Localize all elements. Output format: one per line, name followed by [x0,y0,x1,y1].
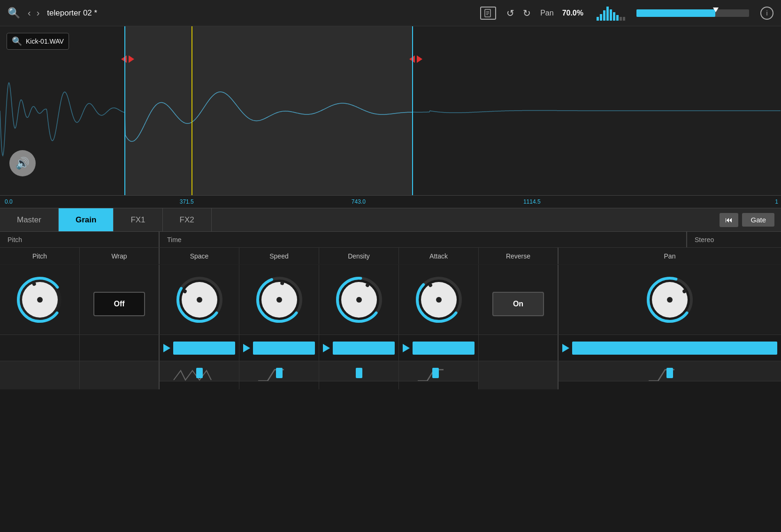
attack-label: Attack [399,248,479,264]
wrap-label: Wrap [80,248,160,264]
pan-env-indicator [666,368,673,378]
pan-mod-cell [559,335,781,361]
tab-master[interactable]: Master [0,208,59,231]
density-knob[interactable] [336,276,383,323]
left-markers[interactable] [121,55,134,63]
level-meter-bars [597,6,625,21]
right-arrow-right[interactable] [417,55,422,63]
undo-icon[interactable]: ↺ [506,8,514,19]
speaker-button[interactable]: 🔊 [9,150,36,176]
waveform-canvas [0,26,781,195]
time-section-label: Time [160,232,687,247]
ruler-end: 1 [775,198,778,205]
search-icon: 🔍 [12,36,22,46]
region-end-line[interactable] [412,26,413,195]
reverse-toggle-cell: On [479,265,559,334]
svg-point-21 [356,297,362,303]
density-env-cell [319,361,399,389]
space-knob[interactable] [176,276,223,323]
attack-env-cell[interactable] [399,361,479,389]
skip-button[interactable]: ⏮ [720,213,738,227]
topbar: 🔍 ‹ › teleporter 02 * ↺ ↻ Pan 70.0% i [0,0,781,26]
density-mod-play[interactable] [323,344,330,352]
wrap-mod-cell [80,335,160,361]
pitch-env-cell [0,361,80,389]
wrap-env-cell [80,361,160,389]
reverse-env-cell [479,361,559,389]
space-knob-cell [160,265,239,334]
document-icon[interactable] [480,7,496,20]
space-env-bottom [160,381,239,389]
attack-env-indicator [432,368,439,378]
attack-mod-bar [413,342,475,355]
attack-knob[interactable] [415,276,462,323]
speed-label: Speed [239,248,319,264]
search-icon[interactable]: 🔍 [8,7,20,19]
space-mod-bar [173,342,235,355]
gate-button[interactable]: Gate [742,213,774,227]
space-mod-cell [160,335,239,361]
playhead-line[interactable] [191,26,192,195]
wrap-toggle[interactable]: Off [93,292,145,316]
pan-knob-cell [559,265,781,334]
speed-env-cell[interactable] [239,361,319,389]
attack-mod-play[interactable] [403,344,410,352]
speed-mod-bar [253,342,315,355]
space-env-indicator [196,368,203,378]
region-start-line[interactable] [124,26,125,195]
redo-icon[interactable]: ↻ [523,8,531,19]
speed-mod-cell [239,335,319,361]
tab-fx2[interactable]: FX2 [163,208,212,231]
info-button[interactable]: i [760,7,773,20]
pan-env-cell[interactable] [559,361,781,389]
attack-mod-cell [399,335,479,361]
ruler-0: 0.0 [5,198,13,205]
nav-back-icon[interactable]: ‹ [26,8,33,18]
attack-env-bottom [399,381,478,389]
space-label: Space [160,248,239,264]
tab-grain[interactable]: Grain [59,208,114,231]
pan-knob[interactable] [646,276,693,323]
file-selector[interactable]: 🔍 Kick-01.WAV [7,33,69,50]
nav-forward-icon[interactable]: › [35,8,42,18]
pitch-section-label: Pitch [0,232,160,247]
pitch-mod-cell [0,335,80,361]
attack-knob-cell [399,265,479,334]
svg-point-11 [197,297,202,303]
reverse-mod-cell [479,335,559,361]
timeline-ruler: 0.0 371.5 743.0 1114.5 1 [0,195,781,208]
svg-point-31 [667,297,673,303]
left-arrow-left[interactable] [121,55,127,63]
speed-mod-play[interactable] [243,344,250,352]
pitch-label: Pitch [0,248,80,264]
speed-knob[interactable] [256,276,303,323]
tabbar: Master Grain FX1 FX2 ⏮ Gate [0,208,781,232]
waveform-area: 🔍 Kick-01.WAV 🔊 [0,26,781,195]
density-env-indicator [356,368,362,378]
left-arrow-right[interactable] [129,55,134,63]
tab-fx1[interactable]: FX1 [114,208,162,231]
right-markers[interactable] [409,55,422,63]
density-mod-bar [333,342,395,355]
document-title: teleporter 02 * [47,8,97,18]
params-area: Pitch Time Stereo Pitch Wrap Space Speed… [0,232,781,389]
reverse-toggle[interactable]: On [492,292,544,316]
speaker-icon: 🔊 [15,157,30,170]
pan-mod-play[interactable] [562,344,569,352]
stereo-section-label: Stereo [687,232,781,247]
density-label: Density [319,248,399,264]
svg-point-26 [436,297,442,303]
space-mod-play[interactable] [163,344,170,352]
density-env-bottom [319,381,398,389]
pitch-knob[interactable] [16,276,63,323]
wrap-toggle-cell: Off [80,265,160,334]
space-env-cell[interactable] [160,361,239,389]
pan-slider[interactable] [636,9,749,17]
ruler-3: 1114.5 [523,198,541,205]
nav-arrows: ‹ › [26,8,41,18]
ruler-1: 371.5 [180,198,194,205]
reverse-label: Reverse [479,248,559,264]
svg-point-16 [276,297,282,303]
pan-env-bottom [559,381,781,389]
pan-knob-label: Pan [559,248,781,264]
